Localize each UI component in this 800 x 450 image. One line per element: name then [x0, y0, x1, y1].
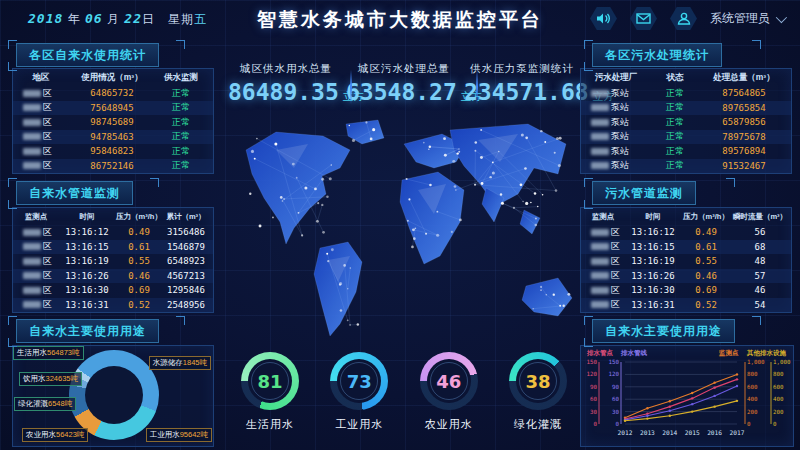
- sound-icon[interactable]: [590, 7, 617, 30]
- svg-text:600: 600: [747, 384, 758, 390]
- gauge-ring: 73: [330, 352, 388, 410]
- table-row: 区 75648945 正常: [13, 101, 213, 116]
- svg-text:90: 90: [590, 384, 597, 390]
- table-row: 区 13:16:15 0.61 1546879: [13, 240, 213, 255]
- divider: [350, 70, 352, 104]
- panel-sewage-pipe-table: 监测点时间压力（m³/h）瞬时流量（m³） 区 13:16:12 0.49 56…: [580, 207, 792, 313]
- svg-text:2017: 2017: [730, 429, 745, 436]
- status-badge: 正常: [651, 159, 699, 172]
- status-badge: 正常: [155, 87, 207, 100]
- gauge: 46 农业用水: [411, 352, 487, 432]
- table-header: 监测点时间压力（m³/h）瞬时流量（m³）: [581, 208, 791, 225]
- user-icon[interactable]: [670, 7, 697, 30]
- donut-label: 水源储存1845吨: [149, 356, 211, 370]
- table-row: 区 13:16:26 0.46 57: [581, 269, 791, 284]
- kpi-stat: 城区供水用水总量 86489.35立方: [228, 62, 344, 105]
- svg-text:2012: 2012: [618, 429, 633, 436]
- svg-text:600: 600: [773, 384, 784, 390]
- table-row: 区 13:16:30 0.69 46: [581, 283, 791, 298]
- line-chart: 0306090120150030609012015002004006008001…: [581, 356, 791, 444]
- district-name-redacted: [23, 287, 41, 294]
- table-row: 区 13:16:19 0.55 48: [581, 254, 791, 269]
- district-name-redacted: [23, 148, 41, 155]
- status-badge: 正常: [155, 159, 207, 172]
- plant-name-redacted: [591, 90, 609, 97]
- chevron-down-icon: [776, 11, 787, 22]
- district-name-redacted: [23, 229, 41, 236]
- panel-title-pipe-monitor: 自来水管道监测: [16, 181, 133, 205]
- district-name-redacted: [591, 301, 609, 308]
- svg-text:0: 0: [747, 421, 751, 427]
- mail-icon[interactable]: [630, 7, 657, 30]
- table-row: 区 13:16:31 0.52 2548956: [13, 298, 213, 313]
- gauge-ring: 46: [420, 352, 478, 410]
- svg-text:0: 0: [594, 421, 598, 427]
- kpi-stat: 城区污水处理总量 63548.27立方: [346, 62, 462, 105]
- table-row: 区 13:16:30 0.69 1295846: [13, 283, 213, 298]
- panel-usage-donut: 水源储存1845吨 饮用水324635吨 绿化灌溉6548吨 农业用水56423…: [12, 345, 214, 447]
- plant-name-redacted: [591, 133, 609, 140]
- usage-gauges: 81 生活用水 73 工业用水 46 农业用水 38 绿化灌溉: [232, 352, 576, 432]
- donut-chart: [69, 350, 159, 440]
- svg-text:0: 0: [616, 421, 620, 427]
- panel-title-sewage-stats: 各区污水处理统计: [592, 43, 722, 67]
- svg-text:2016: 2016: [707, 429, 722, 436]
- status-badge: 正常: [651, 130, 699, 143]
- district-name-redacted: [23, 119, 41, 126]
- panel-sewage-table: 污水处理厂状态处理总量（m³） 泵站 正常 87564865 泵站 正常 897…: [580, 68, 792, 174]
- svg-text:150: 150: [609, 359, 620, 365]
- svg-text:2013: 2013: [640, 429, 655, 436]
- donut-label: 工业用水95642吨: [146, 428, 212, 442]
- table-row: 区 64865732 正常: [13, 86, 213, 101]
- svg-text:0: 0: [773, 421, 777, 427]
- user-menu[interactable]: 系统管理员: [710, 10, 784, 27]
- district-name-redacted: [23, 104, 41, 111]
- district-name-redacted: [591, 229, 609, 236]
- gauge-ring: 38: [509, 352, 567, 410]
- status-badge: 正常: [155, 116, 207, 129]
- donut-label: 生活用水564873吨: [13, 346, 84, 360]
- donut-label: 农业用水56423吨: [22, 428, 88, 442]
- donut-label: 饮用水324635吨: [19, 372, 82, 386]
- table-row: 区 13:16:31 0.52 54: [581, 298, 791, 313]
- table-row: 区 13:16:26 0.46 4567213: [13, 269, 213, 284]
- svg-text:1,000: 1,000: [773, 359, 791, 365]
- svg-text:400: 400: [773, 396, 784, 402]
- district-name-redacted: [591, 272, 609, 279]
- table-row: 区 13:16:12 0.49 3156486: [13, 225, 213, 240]
- district-name-redacted: [23, 272, 41, 279]
- district-name-redacted: [23, 258, 41, 265]
- panel-title-usage-donut: 自来水主要使用用途: [16, 319, 159, 343]
- table-row: 泵站 正常 87564865: [581, 86, 791, 101]
- table-row: 泵站 正常 89576894: [581, 144, 791, 159]
- district-name-redacted: [23, 90, 41, 97]
- header-date: 2018 年 06 月 22日 星期五: [28, 11, 207, 28]
- svg-text:400: 400: [747, 396, 758, 402]
- district-name-redacted: [23, 133, 41, 140]
- svg-text:1,000: 1,000: [747, 359, 765, 365]
- panel-title-sewage-pipe: 污水管道监测: [592, 181, 696, 205]
- svg-text:120: 120: [609, 371, 620, 377]
- district-name-redacted: [591, 287, 609, 294]
- table-row: 区 94785463 正常: [13, 130, 213, 145]
- table-row: 区 98745689 正常: [13, 115, 213, 130]
- district-name-redacted: [23, 301, 41, 308]
- table-row: 泵站 正常 65879856: [581, 115, 791, 130]
- table-row: 泵站 正常 78975678: [581, 130, 791, 145]
- svg-text:200: 200: [747, 409, 758, 415]
- table-header: 地区使用情况（m³）供水监测: [13, 69, 213, 86]
- status-badge: 正常: [155, 101, 207, 114]
- svg-text:60: 60: [590, 396, 597, 402]
- plant-name-redacted: [591, 162, 609, 169]
- table-row: 区 13:16:19 0.55 6548923: [13, 254, 213, 269]
- kpi-stats: 城区供水用水总量 86489.35立方 城区污水处理总量 63548.27立方 …: [228, 62, 580, 105]
- world-map: [228, 110, 576, 350]
- svg-text:60: 60: [612, 396, 619, 402]
- svg-text:2015: 2015: [685, 429, 700, 436]
- panel-usage-line-chart: 排水管点 排水管线 监测点 其他排水设施 0306090120150030609…: [580, 345, 794, 447]
- status-badge: 正常: [651, 101, 699, 114]
- svg-text:800: 800: [747, 371, 758, 377]
- svg-text:120: 120: [587, 371, 598, 377]
- district-name-redacted: [23, 162, 41, 169]
- gauge: 38 绿化灌溉: [500, 352, 576, 432]
